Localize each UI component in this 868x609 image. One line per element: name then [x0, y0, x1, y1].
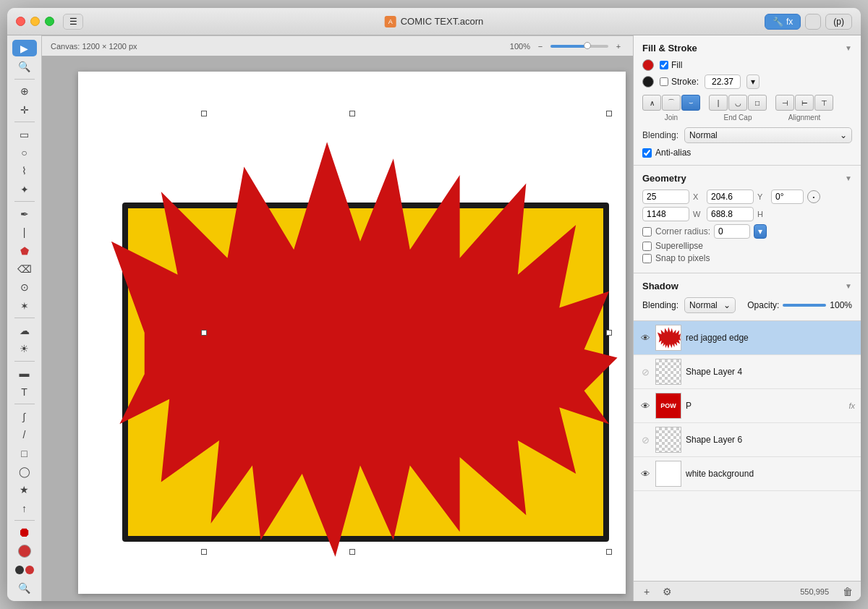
close-button[interactable]: [16, 17, 25, 26]
endcap-group: | ◡ □ End Cap: [709, 95, 767, 122]
align-center-button[interactable]: ⊢: [795, 95, 814, 111]
zoom-tool-bottom[interactable]: 🔍: [12, 580, 37, 597]
square-shape-tool[interactable]: □: [12, 445, 37, 461]
brush-tool[interactable]: |: [12, 224, 37, 241]
align-inside-button[interactable]: ⊣: [775, 95, 794, 111]
endcap-square-button[interactable]: □: [748, 95, 767, 111]
jagged-shape-svg: [78, 72, 626, 594]
stroke-checkbox[interactable]: [660, 77, 668, 86]
corner-radius-checkbox[interactable]: [642, 227, 652, 237]
arrow-tool[interactable]: ↑: [12, 500, 37, 516]
magic-wand-tool[interactable]: ✦: [12, 181, 37, 197]
rect-shape-tool[interactable]: ▬: [12, 365, 37, 382]
marquee-ellipse-tool[interactable]: ○: [12, 144, 37, 161]
sun-tool[interactable]: ☀: [12, 340, 37, 357]
layers-panel: 👁 red jagged edge ⊘: [634, 321, 861, 601]
lasso-tool[interactable]: ⌇: [12, 163, 37, 179]
snap-to-pixels-checkbox[interactable]: [642, 254, 652, 263]
stroke-value-input[interactable]: [705, 74, 741, 89]
fill-checkbox[interactable]: [660, 61, 668, 69]
layer-thumb-p: POW: [655, 393, 681, 419]
wrench-icon: 🔧: [773, 17, 783, 27]
layer-visibility-p[interactable]: 👁: [639, 400, 651, 412]
paint-bucket-tool[interactable]: ⬟: [12, 242, 37, 259]
shadow-collapse[interactable]: ▼: [845, 282, 852, 290]
fill-stroke-collapse[interactable]: ▼: [845, 44, 852, 52]
layer-item-shape-4[interactable]: ⊘ Shape Layer 4: [634, 355, 861, 389]
record-button[interactable]: ⏺: [12, 524, 37, 541]
add-layer-button[interactable]: +: [639, 584, 654, 599]
shadow-blending-select[interactable]: Normal ⌄: [684, 297, 736, 313]
zoom-slider[interactable]: [550, 45, 608, 48]
select-tool[interactable]: ▶: [12, 40, 37, 56]
stroke-color-swatch[interactable]: [642, 76, 654, 88]
corner-radius-dropdown[interactable]: ▾: [754, 224, 767, 239]
stroke-dropdown[interactable]: ▾: [746, 74, 760, 89]
fill-color-swatch[interactable]: [642, 59, 654, 71]
endcap-butt-button[interactable]: |: [709, 95, 728, 111]
handle-top-right[interactable]: [606, 111, 612, 116]
sidebar-toggle-button[interactable]: ☰: [63, 14, 83, 30]
cloud-tool[interactable]: ☁: [12, 322, 37, 338]
color-swap-tool[interactable]: [12, 561, 37, 578]
handle-top-center[interactable]: [349, 111, 355, 116]
zoom-out-button[interactable]: −: [535, 41, 546, 52]
join-endcap-alignment-row: ∧ ⌒ ⌣ Join | ◡ □ End Cap: [642, 95, 852, 122]
crop-tool[interactable]: ⊕: [12, 83, 37, 100]
layer-item-p[interactable]: 👁 POW P fx: [634, 389, 861, 423]
pen-tool[interactable]: ✒: [12, 205, 37, 222]
layer-visibility-red-jagged[interactable]: 👁: [639, 332, 651, 344]
delete-layer-button[interactable]: 🗑: [841, 584, 855, 599]
endcap-round-button[interactable]: ◡: [728, 95, 747, 111]
star-tool[interactable]: ★: [12, 482, 37, 498]
handle-bottom-left[interactable]: [201, 549, 207, 555]
geometry-row-2: W H: [642, 207, 852, 221]
blending-select[interactable]: Normal ⌄: [684, 127, 852, 143]
layer-item-white-bg[interactable]: 👁 white background: [634, 457, 861, 491]
corner-radius-input[interactable]: [714, 224, 750, 239]
join-miter-button[interactable]: ∧: [642, 95, 661, 111]
transform-tool[interactable]: ✛: [12, 101, 37, 118]
zoom-in-button[interactable]: +: [613, 41, 624, 52]
w-input[interactable]: [642, 207, 689, 221]
ellipse-shape-tool[interactable]: ◯: [12, 463, 37, 480]
canvas-area[interactable]: POW POW: [42, 35, 633, 601]
fx-tool[interactable]: ✶: [12, 297, 37, 314]
zoom-tool[interactable]: 🔍: [12, 58, 37, 74]
marquee-rect-tool[interactable]: ▭: [12, 126, 37, 142]
layer-item-red-jagged[interactable]: 👁 red jagged edge: [634, 321, 861, 355]
angle-input[interactable]: [771, 189, 804, 204]
eraser-tool[interactable]: ⌫: [12, 260, 37, 277]
color-picker-area[interactable]: [12, 542, 37, 560]
p-button[interactable]: (p): [825, 14, 852, 30]
fx-button[interactable]: [805, 14, 821, 30]
p-label: (p): [833, 17, 844, 27]
superellipse-checkbox[interactable]: [642, 242, 652, 251]
stamp-tool[interactable]: ⊙: [12, 279, 37, 296]
layer-visibility-shape-4[interactable]: ⊘: [639, 366, 651, 378]
handle-mid-left[interactable]: [201, 330, 207, 336]
join-round-button[interactable]: ⌒: [662, 95, 681, 111]
handle-bottom-center[interactable]: [349, 549, 355, 555]
opacity-slider[interactable]: [783, 304, 826, 307]
geometry-collapse[interactable]: ▼: [845, 174, 852, 182]
tools-button[interactable]: 🔧 fx: [765, 14, 801, 30]
bezier-tool[interactable]: ∫: [12, 408, 37, 425]
x-input[interactable]: [642, 189, 689, 204]
minimize-button[interactable]: [30, 17, 40, 26]
text-tool[interactable]: T: [12, 383, 37, 400]
handle-mid-right[interactable]: [606, 330, 612, 336]
handle-top-left[interactable]: [201, 111, 207, 116]
line-tool[interactable]: /: [12, 427, 37, 443]
anti-alias-checkbox[interactable]: [642, 148, 652, 158]
layer-settings-button[interactable]: ⚙: [660, 584, 674, 599]
align-outside-button[interactable]: ⊤: [814, 95, 833, 111]
layer-visibility-white-bg[interactable]: 👁: [639, 468, 651, 480]
handle-bottom-right[interactable]: [606, 549, 612, 555]
y-input[interactable]: [707, 189, 754, 204]
maximize-button[interactable]: [45, 17, 54, 26]
layer-item-shape-6[interactable]: ⊘ Shape Layer 6: [634, 423, 861, 457]
h-input[interactable]: [707, 207, 754, 221]
layer-visibility-shape-6[interactable]: ⊘: [639, 434, 651, 446]
join-bevel-button[interactable]: ⌣: [681, 95, 700, 111]
